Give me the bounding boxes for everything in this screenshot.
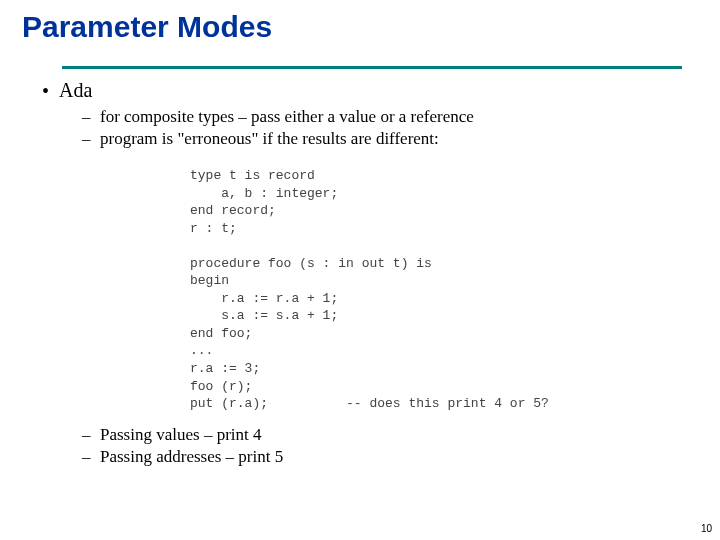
code-block: type t is record a, b : integer; end rec… [190,167,700,413]
bullet-dot-icon: • [42,79,49,103]
bullet-level2: – Passing addresses – print 5 [82,447,700,467]
bullet-level1: • Ada [42,79,700,103]
dash-icon: – [82,447,92,467]
dash-icon: – [82,425,92,445]
sub-text: Passing values – print 4 [100,425,262,445]
sub-text: for composite types – pass either a valu… [100,107,474,127]
slide-title: Parameter Modes [22,10,700,44]
dash-icon: – [82,107,92,127]
dash-icon: – [82,129,92,149]
sub-text: Passing addresses – print 5 [100,447,283,467]
bullet-level2: – program is "erroneous" if the results … [82,129,700,149]
sub-text: program is "erroneous" if the results ar… [100,129,439,149]
title-rule [62,66,700,69]
bullet-level2: – Passing values – print 4 [82,425,700,445]
bullet-level2: – for composite types – pass either a va… [82,107,700,127]
page-number: 10 [701,523,712,534]
bullet-text: Ada [59,79,92,103]
